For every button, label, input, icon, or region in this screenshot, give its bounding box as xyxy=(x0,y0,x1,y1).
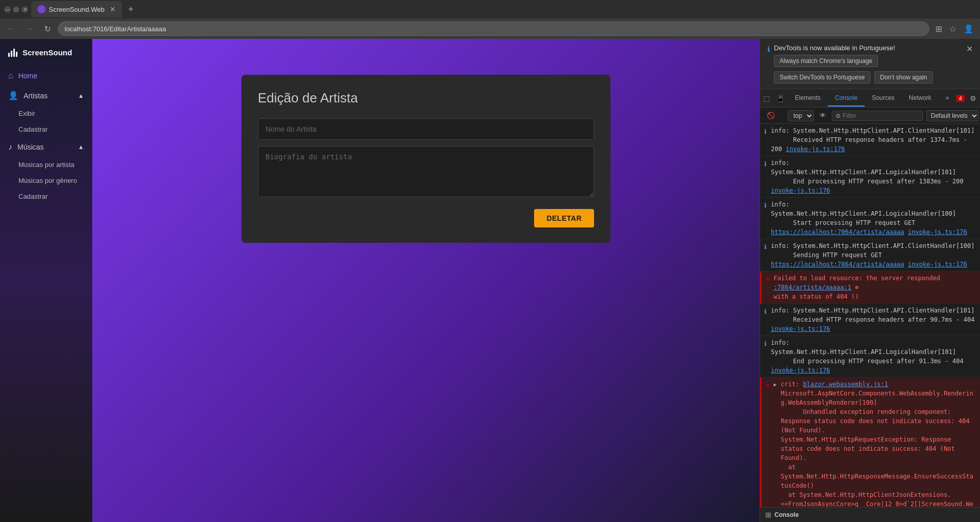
tab-more[interactable]: » xyxy=(938,90,956,107)
tab-close-icon[interactable]: ✕ xyxy=(110,5,116,13)
close-window-button[interactable]: ✕ xyxy=(22,6,28,13)
address-bar[interactable] xyxy=(58,22,929,36)
log-link[interactable]: https://localhost:7864/artista/aaaaa xyxy=(771,261,904,268)
log-text: info: System.Net.Http.HttpClient.API.Log… xyxy=(771,158,976,195)
log-entry: ℹ info: System.Net.Http.HttpClient.API.L… xyxy=(760,198,980,239)
forward-button[interactable]: → xyxy=(23,22,37,35)
musicas-chevron-icon: ▲ xyxy=(78,143,84,151)
artistas-icon: 👤 xyxy=(8,91,18,100)
devtools-notification-close-button[interactable]: ✕ xyxy=(966,44,973,54)
log-text: crit: blazor.webassembly.js:1 Microsoft.… xyxy=(781,380,976,507)
log-entry: ℹ info: System.Net.Http.HttpClient.API.C… xyxy=(760,124,980,156)
maximize-button[interactable]: □ xyxy=(13,6,19,13)
tab-title: ScreenSound.Web xyxy=(49,6,105,13)
artistas-chevron-icon: ▲ xyxy=(78,92,84,99)
sidebar-item-home[interactable]: ⌂ Home xyxy=(0,66,92,86)
devtools-panel: ℹ DevTools is now available in Portugues… xyxy=(760,39,980,522)
log-link[interactable]: blazor.webassembly.js:1 xyxy=(803,381,888,388)
devtools-notification: ℹ DevTools is now available in Portugues… xyxy=(760,39,980,89)
devtools-device-icon[interactable]: 📱 xyxy=(773,92,788,105)
browser-chrome: — □ ✕ 🎵 ScreenSound.Web ✕ + ← → ↻ ⊞ ☆ 👤 xyxy=(0,0,980,39)
edit-title: Edição de Artista xyxy=(258,90,594,106)
biography-textarea[interactable] xyxy=(258,146,594,197)
sidebar-musicas-genero-label: Músicas por gênero xyxy=(18,177,77,184)
bookmark-icon[interactable]: ☆ xyxy=(947,22,958,36)
log-link[interactable]: :7864/artista/aaaaa:1 xyxy=(773,284,851,291)
sidebar-item-musicas-por-artista[interactable]: Músicas por artista xyxy=(0,157,92,173)
log-text: info: System.Net.Http.HttpClient.API.Cli… xyxy=(771,306,976,333)
title-bar-left: — □ ✕ 🎵 ScreenSound.Web ✕ + xyxy=(4,1,136,17)
log-text: info: System.Net.Http.HttpClient.API.Log… xyxy=(771,200,976,237)
log-link[interactable]: https://localhost:7064/artista/aaaaa xyxy=(771,228,904,236)
tab-console[interactable]: Console xyxy=(828,90,865,107)
log-text: info: System.Net.Http.HttpClient.API.Cli… xyxy=(771,241,976,269)
sidebar-item-artistas-cadastrar[interactable]: Cadastrar xyxy=(0,121,92,137)
log-link-src[interactable]: invoke-js.ts:176 xyxy=(908,261,967,268)
minimize-button[interactable]: — xyxy=(4,6,11,13)
eye-icon[interactable]: 👁 xyxy=(817,110,829,121)
language-match-button[interactable]: Always match Chrome's language xyxy=(774,55,878,67)
tab-network[interactable]: Network xyxy=(902,90,938,107)
delete-button[interactable]: DELETAR xyxy=(534,209,594,227)
sidebar-exibir-label: Exibir xyxy=(18,110,35,117)
profile-icon[interactable]: 👤 xyxy=(962,22,976,36)
expand-icon[interactable]: ▶ xyxy=(773,381,777,388)
tab-elements[interactable]: Elements xyxy=(788,90,828,107)
log-link[interactable]: invoke-js.ts:176 xyxy=(771,367,830,374)
log-text: info: System.Net.Http.HttpClient.API.Cli… xyxy=(771,126,976,154)
info-icon: ℹ xyxy=(764,127,767,136)
level-select[interactable]: Default levels xyxy=(926,110,979,121)
log-link[interactable]: invoke-js.ts:176 xyxy=(771,325,830,332)
sidebar-home-label: Home xyxy=(18,72,37,80)
brand-bar-2 xyxy=(11,51,12,57)
info-icon: ℹ xyxy=(764,339,767,348)
edit-card: Edição de Artista DELETAR xyxy=(241,75,610,243)
new-tab-button[interactable]: + xyxy=(125,4,137,15)
filter-icon: ⊘ xyxy=(835,112,841,119)
sidebar-item-exibir[interactable]: Exibir xyxy=(0,106,92,121)
sidebar-musicas-artista-label: Músicas por artista xyxy=(18,161,74,169)
brand-bar-4 xyxy=(16,52,17,57)
devtools-toolbar: 🚫 top 👁 ⊘ Default levels No Issues xyxy=(760,108,980,124)
log-entry: ℹ info: System.Net.Http.HttpClient.API.L… xyxy=(760,156,980,198)
log-link[interactable]: invoke-js.ts:176 xyxy=(771,187,830,194)
extensions-icon[interactable]: ⊞ xyxy=(933,22,944,36)
sidebar-artistas-label: Artistas xyxy=(24,92,48,100)
tab-sources[interactable]: Sources xyxy=(865,90,902,107)
sidebar-item-musicas[interactable]: ♪ Músicas ▲ xyxy=(0,137,92,157)
console-bottom: ⊞ Console xyxy=(760,507,980,522)
log-entry-crit: ⊗ ▶ crit: blazor.webassembly.js:1 Micros… xyxy=(760,378,980,507)
browser-tab[interactable]: 🎵 ScreenSound.Web ✕ xyxy=(31,1,122,17)
log-link-src[interactable]: invoke-js.ts:176 xyxy=(908,228,967,236)
musicas-icon: ♪ xyxy=(8,142,12,152)
devtools-notification-title: DevTools is now available in Portuguese! xyxy=(774,44,962,52)
window-controls: — □ ✕ xyxy=(4,6,28,13)
console-log[interactable]: ℹ info: System.Net.Http.HttpClient.API.C… xyxy=(760,124,980,507)
top-select[interactable]: top xyxy=(788,110,814,121)
sidebar-item-artistas[interactable]: 👤 Artistas ▲ xyxy=(0,86,92,106)
devtools-notification-content: DevTools is now available in Portuguese!… xyxy=(774,44,962,83)
clear-console-icon[interactable]: 🚫 xyxy=(764,110,778,121)
sidebar-brand: ScreenSound xyxy=(0,39,92,66)
info-icon: ℹ xyxy=(764,242,767,252)
log-entry: ℹ info: System.Net.Http.HttpClient.API.C… xyxy=(760,304,980,336)
main-layout: ScreenSound ⌂ Home 👤 Artistas ▲ Exibir C… xyxy=(0,39,980,522)
filter-input[interactable] xyxy=(843,112,920,119)
devtools-inspect-icon[interactable]: ⬚ xyxy=(760,92,773,105)
devtools-settings-icon[interactable]: ⚙ xyxy=(967,92,979,105)
reload-button[interactable]: ↻ xyxy=(41,22,54,36)
brand-name: ScreenSound xyxy=(23,48,72,57)
log-link[interactable]: invoke-js.ts:176 xyxy=(786,145,845,153)
log-entry: ℹ info: System.Net.Http.HttpClient.API.L… xyxy=(760,336,980,378)
nav-bar: ← → ↻ ⊞ ☆ 👤 xyxy=(0,18,980,39)
back-button[interactable]: ← xyxy=(4,22,18,35)
dont-show-button[interactable]: Don't show again xyxy=(874,71,933,83)
switch-language-button[interactable]: Switch DevTools to Portuguese xyxy=(774,71,870,83)
sidebar-musicas-cadastrar-label: Cadastrar xyxy=(18,193,48,200)
home-icon: ⌂ xyxy=(8,71,13,80)
title-bar: — □ ✕ 🎵 ScreenSound.Web ✕ + xyxy=(0,0,980,18)
sidebar-item-musicas-cadastrar[interactable]: Cadastrar xyxy=(0,189,92,204)
sidebar-item-musicas-por-genero[interactable]: Músicas por gênero xyxy=(0,173,92,189)
info-icon: ℹ xyxy=(767,45,770,53)
artist-name-input[interactable] xyxy=(258,118,594,140)
